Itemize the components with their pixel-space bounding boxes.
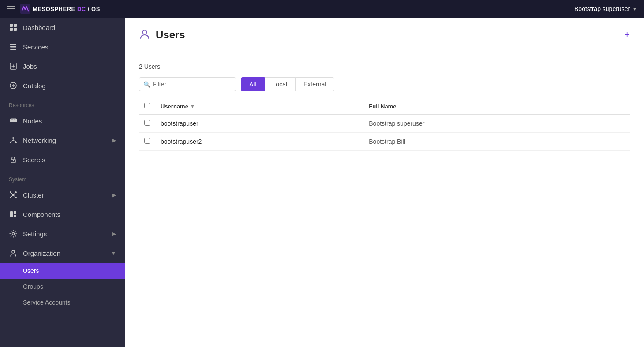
username-cell[interactable]: bootstrapuser xyxy=(155,115,363,133)
content-header-left: Users xyxy=(139,28,185,41)
sidebar-item-catalog[interactable]: Catalog xyxy=(0,76,125,95)
resources-section-label: Resources xyxy=(0,95,125,111)
logo: MESOSPHERE DC / OS xyxy=(20,4,100,14)
svg-point-16 xyxy=(10,142,11,143)
hamburger-menu[interactable] xyxy=(7,6,15,11)
svg-point-19 xyxy=(13,160,14,161)
svg-rect-4 xyxy=(14,28,17,31)
sidebar-item-label: Jobs xyxy=(23,63,37,70)
svg-rect-12 xyxy=(10,119,12,122)
jobs-icon xyxy=(9,62,18,71)
tab-local[interactable]: Local xyxy=(264,77,296,91)
filter-input[interactable] xyxy=(139,77,236,91)
row-checkbox-cell xyxy=(139,133,155,151)
svg-rect-14 xyxy=(15,119,17,122)
logo-icon xyxy=(20,4,30,14)
sidebar-item-dashboard[interactable]: Dashboard xyxy=(0,18,125,37)
fullname-cell: Bootstrap Bill xyxy=(363,133,630,151)
networking-icon xyxy=(9,136,18,145)
sidebar-item-label: Nodes xyxy=(23,117,42,125)
page-title: Users xyxy=(156,29,185,41)
sidebar-item-label: Services xyxy=(23,43,49,51)
row-checkbox[interactable] xyxy=(144,120,150,126)
svg-rect-7 xyxy=(10,49,16,50)
user-menu[interactable]: Bootstrap superuser ▼ xyxy=(574,5,637,12)
users-page-icon xyxy=(139,28,150,41)
topbar: MESOSPHERE DC / OS Bootstrap superuser ▼ xyxy=(0,0,644,18)
svg-point-28 xyxy=(12,233,15,235)
sidebar-item-settings[interactable]: Settings ▶ xyxy=(0,224,125,243)
svg-rect-25 xyxy=(10,211,13,217)
chevron-right-icon: ▶ xyxy=(112,231,116,237)
sidebar-item-networking[interactable]: Networking ▶ xyxy=(0,131,125,150)
content-header: Users + xyxy=(125,18,644,52)
users-table: Username ▼ Full Name bootstrapuser Boot xyxy=(139,98,630,151)
sidebar-item-nodes[interactable]: Nodes xyxy=(0,111,125,131)
sort-arrow-icon: ▼ xyxy=(190,104,195,109)
svg-rect-6 xyxy=(10,46,16,48)
sidebar-item-label: Networking xyxy=(23,137,56,144)
sidebar-sub-label: Users xyxy=(23,267,39,274)
table-row: bootstrapuser2 Bootstrap Bill xyxy=(139,133,630,151)
users-count: 2 Users xyxy=(139,63,630,70)
sidebar-item-jobs[interactable]: Jobs xyxy=(0,56,125,76)
svg-point-24 xyxy=(15,197,17,198)
sidebar-item-label: Settings xyxy=(23,230,47,238)
catalog-icon xyxy=(9,81,18,90)
dashboard-icon xyxy=(9,23,18,32)
chevron-right-icon: ▶ xyxy=(112,138,116,143)
logo-text: MESOSPHERE DC / OS xyxy=(33,6,100,12)
sidebar-item-components[interactable]: Components xyxy=(0,205,125,224)
select-all-checkbox[interactable] xyxy=(144,103,150,108)
sidebar-item-cluster[interactable]: Cluster ▶ xyxy=(0,185,125,205)
settings-icon xyxy=(9,229,18,238)
fullname-col-header: Full Name xyxy=(363,98,630,115)
svg-point-11 xyxy=(13,86,14,87)
sidebar-item-secrets[interactable]: Secrets xyxy=(0,150,125,169)
svg-rect-2 xyxy=(14,24,17,27)
chevron-down-icon: ▼ xyxy=(111,250,116,256)
organization-icon xyxy=(9,249,18,257)
chevron-right-icon: ▶ xyxy=(112,192,116,198)
svg-point-10 xyxy=(13,84,14,85)
search-icon: 🔍 xyxy=(143,81,150,88)
user-label: Bootstrap superuser xyxy=(574,5,630,12)
sidebar-sub-item-groups[interactable]: Groups xyxy=(0,279,125,295)
svg-rect-27 xyxy=(14,215,16,217)
svg-point-15 xyxy=(12,137,14,139)
svg-rect-3 xyxy=(10,28,13,31)
sidebar-item-label: Organization xyxy=(23,250,60,257)
row-checkbox[interactable] xyxy=(144,138,150,144)
select-all-header xyxy=(139,98,155,115)
sidebar: Dashboard Services Jobs Catalog Resource… xyxy=(0,18,125,347)
svg-rect-26 xyxy=(14,211,16,214)
add-user-button[interactable]: + xyxy=(624,30,630,40)
chevron-down-icon: ▼ xyxy=(633,7,637,11)
nodes-icon xyxy=(9,116,18,125)
sidebar-sub-item-users[interactable]: Users xyxy=(0,263,125,279)
sidebar-item-label: Components xyxy=(23,211,60,218)
system-section-label: System xyxy=(0,169,125,185)
services-icon xyxy=(9,42,18,51)
topbar-left: MESOSPHERE DC / OS xyxy=(7,4,100,14)
svg-rect-5 xyxy=(10,44,16,45)
svg-point-29 xyxy=(12,250,15,253)
svg-rect-13 xyxy=(12,119,15,122)
filter-tabs-row: 🔍 All Local External xyxy=(139,77,630,91)
svg-point-21 xyxy=(10,191,11,193)
tab-all[interactable]: All xyxy=(241,77,265,91)
sidebar-sub-label: Groups xyxy=(23,283,43,290)
fullname-cell: Bootstrap superuser xyxy=(363,115,630,133)
svg-point-30 xyxy=(143,30,147,34)
row-checkbox-cell xyxy=(139,115,155,133)
sidebar-sub-label: Service Accounts xyxy=(23,299,70,306)
sidebar-item-organization[interactable]: Organization ▼ xyxy=(0,243,125,263)
content-body: 2 Users 🔍 All Local External xyxy=(125,52,644,161)
main-layout: Dashboard Services Jobs Catalog Resource… xyxy=(0,18,644,347)
components-icon xyxy=(9,210,18,219)
sidebar-sub-item-service-accounts[interactable]: Service Accounts xyxy=(0,295,125,310)
sidebar-item-services[interactable]: Services xyxy=(0,37,125,56)
svg-point-17 xyxy=(15,142,17,143)
username-cell[interactable]: bootstrapuser2 xyxy=(155,133,363,151)
tab-external[interactable]: External xyxy=(295,77,334,91)
